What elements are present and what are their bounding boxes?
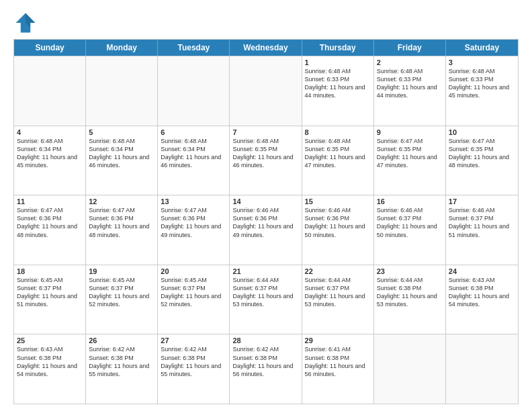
- day-number: 23: [377, 267, 443, 275]
- day-info: Sunrise: 6:42 AM Sunset: 6:38 PM Dayligh…: [161, 345, 226, 378]
- calendar-cell: 20Sunrise: 6:45 AM Sunset: 6:37 PM Dayli…: [158, 265, 230, 334]
- day-info: Sunrise: 6:46 AM Sunset: 6:37 PM Dayligh…: [449, 206, 515, 239]
- day-number: 22: [305, 267, 371, 275]
- calendar-row: 25Sunrise: 6:43 AM Sunset: 6:38 PM Dayli…: [14, 334, 518, 404]
- page: SundayMondayTuesdayWednesdayThursdayFrid…: [0, 0, 532, 411]
- calendar-cell: 19Sunrise: 6:45 AM Sunset: 6:37 PM Dayli…: [86, 265, 158, 334]
- day-number: 9: [377, 128, 443, 136]
- day-number: 27: [161, 336, 226, 345]
- logo: [13, 11, 40, 35]
- day-info: Sunrise: 6:44 AM Sunset: 6:38 PM Dayligh…: [377, 276, 443, 309]
- calendar-cell: [158, 56, 230, 126]
- calendar-cell: 4Sunrise: 6:48 AM Sunset: 6:34 PM Daylig…: [14, 126, 86, 195]
- calendar-header-cell: Wednesday: [230, 40, 302, 56]
- day-info: Sunrise: 6:45 AM Sunset: 6:37 PM Dayligh…: [17, 276, 83, 309]
- day-info: Sunrise: 6:46 AM Sunset: 6:37 PM Dayligh…: [377, 206, 443, 239]
- calendar-cell: 25Sunrise: 6:43 AM Sunset: 6:38 PM Dayli…: [14, 334, 86, 404]
- day-info: Sunrise: 6:47 AM Sunset: 6:36 PM Dayligh…: [161, 206, 226, 239]
- calendar-cell: 26Sunrise: 6:42 AM Sunset: 6:38 PM Dayli…: [86, 334, 158, 404]
- calendar-header-cell: Tuesday: [158, 40, 230, 56]
- day-number: 26: [89, 336, 154, 345]
- calendar-cell: 9Sunrise: 6:47 AM Sunset: 6:35 PM Daylig…: [374, 126, 446, 195]
- calendar-cell: 14Sunrise: 6:46 AM Sunset: 6:36 PM Dayli…: [230, 195, 302, 265]
- calendar-cell: 24Sunrise: 6:43 AM Sunset: 6:38 PM Dayli…: [446, 265, 518, 334]
- calendar-cell: [86, 56, 158, 126]
- calendar-cell: 21Sunrise: 6:44 AM Sunset: 6:37 PM Dayli…: [230, 265, 302, 334]
- day-number: 15: [305, 197, 371, 205]
- day-info: Sunrise: 6:48 AM Sunset: 6:35 PM Dayligh…: [232, 137, 298, 170]
- calendar-cell: 15Sunrise: 6:46 AM Sunset: 6:36 PM Dayli…: [302, 195, 374, 265]
- day-number: 6: [161, 128, 226, 136]
- calendar-cell: 17Sunrise: 6:46 AM Sunset: 6:37 PM Dayli…: [446, 195, 518, 265]
- day-number: 19: [89, 267, 154, 275]
- calendar-cell: 27Sunrise: 6:42 AM Sunset: 6:38 PM Dayli…: [158, 334, 230, 404]
- day-info: Sunrise: 6:48 AM Sunset: 6:33 PM Dayligh…: [377, 67, 443, 100]
- day-number: 10: [449, 128, 515, 136]
- day-info: Sunrise: 6:47 AM Sunset: 6:35 PM Dayligh…: [377, 137, 443, 170]
- calendar-cell: 5Sunrise: 6:48 AM Sunset: 6:34 PM Daylig…: [86, 126, 158, 195]
- calendar-cell: 7Sunrise: 6:48 AM Sunset: 6:35 PM Daylig…: [230, 126, 302, 195]
- calendar-cell: 16Sunrise: 6:46 AM Sunset: 6:37 PM Dayli…: [374, 195, 446, 265]
- day-info: Sunrise: 6:48 AM Sunset: 6:34 PM Dayligh…: [89, 137, 154, 170]
- calendar-cell: 12Sunrise: 6:47 AM Sunset: 6:36 PM Dayli…: [86, 195, 158, 265]
- calendar-cell: 22Sunrise: 6:44 AM Sunset: 6:37 PM Dayli…: [302, 265, 374, 334]
- day-info: Sunrise: 6:48 AM Sunset: 6:33 PM Dayligh…: [305, 67, 371, 100]
- day-number: 3: [449, 58, 515, 66]
- day-number: 24: [449, 267, 515, 275]
- calendar-cell: 29Sunrise: 6:41 AM Sunset: 6:38 PM Dayli…: [302, 334, 374, 404]
- calendar-cell: 8Sunrise: 6:48 AM Sunset: 6:35 PM Daylig…: [302, 126, 374, 195]
- day-info: Sunrise: 6:46 AM Sunset: 6:36 PM Dayligh…: [305, 206, 371, 239]
- calendar-cell: 28Sunrise: 6:42 AM Sunset: 6:38 PM Dayli…: [230, 334, 302, 404]
- calendar-header-cell: Thursday: [302, 40, 374, 56]
- day-info: Sunrise: 6:43 AM Sunset: 6:38 PM Dayligh…: [17, 345, 83, 378]
- day-info: Sunrise: 6:47 AM Sunset: 6:36 PM Dayligh…: [17, 206, 83, 239]
- day-number: 18: [17, 267, 83, 275]
- calendar-cell: 13Sunrise: 6:47 AM Sunset: 6:36 PM Dayli…: [158, 195, 230, 265]
- calendar-cell: [374, 334, 446, 404]
- day-info: Sunrise: 6:44 AM Sunset: 6:37 PM Dayligh…: [232, 276, 298, 309]
- calendar-cell: [230, 56, 302, 126]
- day-number: 4: [17, 128, 83, 136]
- day-info: Sunrise: 6:48 AM Sunset: 6:34 PM Dayligh…: [17, 137, 83, 170]
- day-number: 13: [161, 197, 226, 205]
- calendar-cell: 11Sunrise: 6:47 AM Sunset: 6:36 PM Dayli…: [14, 195, 86, 265]
- header: [13, 11, 519, 35]
- day-info: Sunrise: 6:43 AM Sunset: 6:38 PM Dayligh…: [449, 276, 515, 309]
- calendar-header-row: SundayMondayTuesdayWednesdayThursdayFrid…: [14, 40, 518, 56]
- day-info: Sunrise: 6:46 AM Sunset: 6:36 PM Dayligh…: [232, 206, 298, 239]
- calendar-cell: 1Sunrise: 6:48 AM Sunset: 6:33 PM Daylig…: [302, 56, 374, 126]
- calendar-body: 1Sunrise: 6:48 AM Sunset: 6:33 PM Daylig…: [14, 56, 518, 404]
- calendar-cell: 2Sunrise: 6:48 AM Sunset: 6:33 PM Daylig…: [374, 56, 446, 126]
- calendar-row: 4Sunrise: 6:48 AM Sunset: 6:34 PM Daylig…: [14, 126, 518, 195]
- day-number: 20: [161, 267, 226, 275]
- day-info: Sunrise: 6:42 AM Sunset: 6:38 PM Dayligh…: [232, 345, 298, 378]
- day-number: 2: [377, 58, 443, 66]
- day-info: Sunrise: 6:47 AM Sunset: 6:35 PM Dayligh…: [449, 137, 515, 170]
- day-number: 12: [89, 197, 154, 205]
- calendar-header-cell: Friday: [374, 40, 446, 56]
- day-info: Sunrise: 6:48 AM Sunset: 6:35 PM Dayligh…: [305, 137, 371, 170]
- day-number: 17: [449, 197, 515, 205]
- day-number: 21: [232, 267, 298, 275]
- calendar-cell: 10Sunrise: 6:47 AM Sunset: 6:35 PM Dayli…: [446, 126, 518, 195]
- calendar-row: 1Sunrise: 6:48 AM Sunset: 6:33 PM Daylig…: [14, 56, 518, 126]
- calendar-cell: 18Sunrise: 6:45 AM Sunset: 6:37 PM Dayli…: [14, 265, 86, 334]
- day-number: 8: [305, 128, 371, 136]
- day-info: Sunrise: 6:44 AM Sunset: 6:37 PM Dayligh…: [305, 276, 371, 309]
- calendar-cell: 3Sunrise: 6:48 AM Sunset: 6:33 PM Daylig…: [446, 56, 518, 126]
- calendar-row: 18Sunrise: 6:45 AM Sunset: 6:37 PM Dayli…: [14, 265, 518, 334]
- day-info: Sunrise: 6:48 AM Sunset: 6:34 PM Dayligh…: [161, 137, 226, 170]
- day-info: Sunrise: 6:47 AM Sunset: 6:36 PM Dayligh…: [89, 206, 154, 239]
- day-info: Sunrise: 6:41 AM Sunset: 6:38 PM Dayligh…: [305, 345, 371, 378]
- day-number: 25: [17, 336, 83, 345]
- logo-icon: [13, 11, 38, 35]
- day-info: Sunrise: 6:48 AM Sunset: 6:33 PM Dayligh…: [449, 67, 515, 100]
- calendar-header-cell: Monday: [86, 40, 158, 56]
- calendar-cell: 6Sunrise: 6:48 AM Sunset: 6:34 PM Daylig…: [158, 126, 230, 195]
- calendar-row: 11Sunrise: 6:47 AM Sunset: 6:36 PM Dayli…: [14, 195, 518, 265]
- day-number: 14: [232, 197, 298, 205]
- calendar-cell: 23Sunrise: 6:44 AM Sunset: 6:38 PM Dayli…: [374, 265, 446, 334]
- calendar-cell: [14, 56, 86, 126]
- day-info: Sunrise: 6:45 AM Sunset: 6:37 PM Dayligh…: [89, 276, 154, 309]
- day-number: 29: [305, 336, 371, 345]
